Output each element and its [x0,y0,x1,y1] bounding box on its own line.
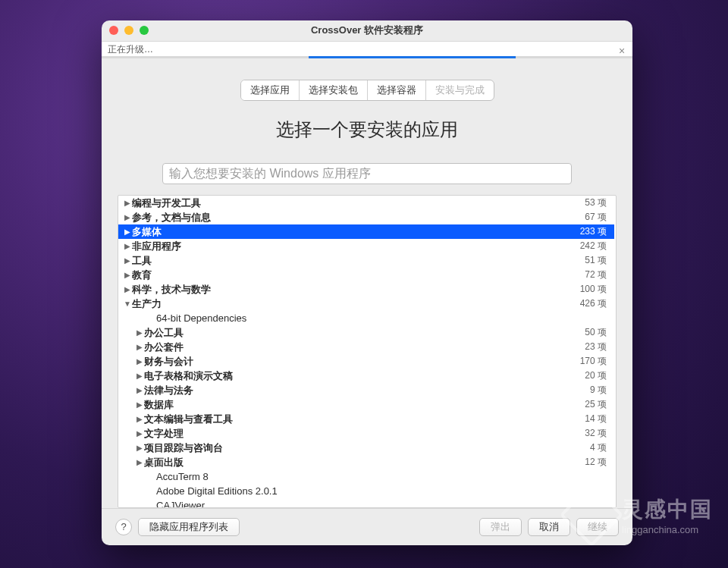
category-row[interactable]: ▶ 科学，技术与数学 100 项 [118,282,614,297]
upgrade-text: 正在升级… [108,43,153,56]
upgrade-progress-fill [309,56,516,58]
chevron-right-icon: ▶ [135,444,144,452]
titlebar: CrossOver 软件安装程序 [102,20,632,41]
category-row-selected[interactable]: ▶ 多媒体 233 项 [118,224,614,239]
help-button[interactable]: ? [115,519,132,535]
chevron-right-icon: ▶ [135,429,144,438]
subcategory-row[interactable]: ▶ 文本编辑与查看工具 14 项 [118,412,614,426]
category-row[interactable]: ▶ 编程与开发工具 53 项 [118,196,614,210]
chevron-right-icon: ▶ [135,458,144,466]
close-banner-icon[interactable]: × [616,45,628,57]
category-row[interactable]: ▶ 参考，文档与信息 67 项 [118,210,614,224]
subcategory-row[interactable]: ▶ 法律与法务 9 项 [118,383,614,397]
step-tabs: 选择应用 选择安装包 选择容器 安装与完成 [102,80,632,101]
close-icon[interactable] [109,26,118,35]
step-select-app[interactable]: 选择应用 [241,80,300,100]
search-input[interactable] [162,163,572,184]
minimize-icon[interactable] [124,26,133,35]
category-row[interactable]: ▶ 工具 51 项 [118,253,614,268]
subcategory-row[interactable]: ▶ 办公工具 50 项 [118,325,614,340]
cancel-button[interactable]: 取消 [528,518,570,536]
chevron-right-icon: ▶ [123,242,132,250]
watermark-text-en: lingganchina.com [622,524,698,535]
list-item[interactable]: Adobe Digital Editions 2.0.1 [118,484,614,498]
subcategory-row[interactable]: ▶ 财务与会计 170 项 [118,354,614,369]
category-row-expanded[interactable]: ▼ 生产力 426 项 [118,297,614,311]
bottom-bar: ? 隐藏应用程序列表 弹出 取消 继续 [102,508,632,545]
window-controls [109,26,149,35]
category-row[interactable]: ▶ 教育 72 项 [118,268,614,282]
continue-button: 继续 [576,518,619,536]
subcategory-row[interactable]: ▶ 电子表格和演示文稿 20 项 [118,369,614,383]
category-list: ▶ 编程与开发工具 53 项 ▶ 参考，文档与信息 67 项 ▶ 多媒体 233… [118,195,617,507]
upgrade-banner: 正在升级… × [102,41,632,59]
installer-window: CrossOver 软件安装程序 正在升级… × 选择应用 选择安装包 选择容器… [102,20,632,545]
chevron-right-icon: ▶ [135,386,144,394]
subcategory-row[interactable]: ▶ 办公套件 23 项 [118,340,614,354]
chevron-right-icon: ▶ [123,228,132,236]
subcategory-row[interactable]: ▶ 文字处理 32 项 [118,426,614,441]
chevron-right-icon: ▶ [135,328,144,337]
chevron-right-icon: ▶ [123,285,132,293]
step-select-package[interactable]: 选择安装包 [300,80,368,100]
eject-button: 弹出 [479,518,522,536]
step-select-bottle[interactable]: 选择容器 [368,80,426,100]
chevron-right-icon: ▶ [135,372,144,380]
category-scroll[interactable]: ▶ 编程与开发工具 53 项 ▶ 参考，文档与信息 67 项 ▶ 多媒体 233… [118,196,616,507]
subcategory-row[interactable]: ▶ 数据库 25 项 [118,397,614,412]
chevron-right-icon: ▶ [123,199,132,207]
subcategory-row[interactable]: ▶ 项目跟踪与咨询台 4 项 [118,441,614,455]
chevron-down-icon: ▼ [123,300,132,308]
chevron-right-icon: ▶ [123,213,132,221]
chevron-right-icon: ▶ [135,343,144,351]
window-title: CrossOver 软件安装程序 [102,24,632,37]
list-item[interactable]: 64-bit Dependencies [118,311,614,325]
page-heading: 选择一个要安装的应用 [102,118,632,142]
list-item[interactable]: AccuTerm 8 [118,469,614,484]
list-item[interactable]: CAJViewer [118,498,614,507]
watermark-text-cn: 灵感中国 [622,495,713,524]
chevron-right-icon: ▶ [123,271,132,279]
chevron-right-icon: ▶ [135,400,144,409]
chevron-right-icon: ▶ [135,357,144,366]
maximize-icon[interactable] [140,26,149,35]
upgrade-progress-track [102,56,632,58]
hide-app-list-button[interactable]: 隐藏应用程序列表 [138,518,240,536]
chevron-right-icon: ▶ [123,256,132,265]
subcategory-row[interactable]: ▶ 桌面出版 12 项 [118,455,614,469]
category-row[interactable]: ▶ 非应用程序 242 项 [118,239,614,253]
chevron-right-icon: ▶ [135,415,144,423]
step-install-finish: 安装与完成 [426,80,494,100]
